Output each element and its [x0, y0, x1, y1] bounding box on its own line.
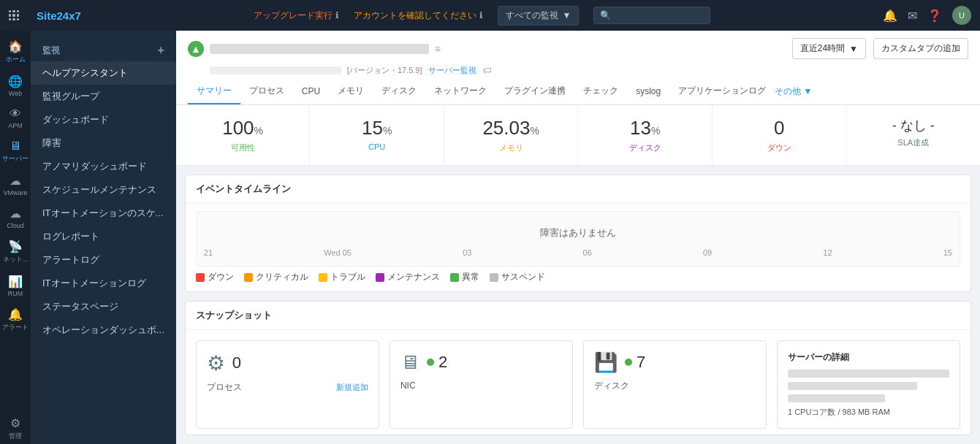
upgrade-link[interactable]: アップグレード実行 ℹ: [254, 9, 339, 22]
sidebar-item-web[interactable]: 🌐 Web: [0, 69, 31, 100]
chevron-down-icon: ▼: [563, 10, 571, 20]
legend-dot-critical: [244, 273, 253, 282]
memory-value: 25.03%: [452, 117, 571, 139]
timeline-container: 障害はありません 21 Wed 05 03 06 09 12 15 ダウン: [186, 204, 970, 292]
time-range-dropdown[interactable]: 直近24時間 ▼: [792, 38, 866, 59]
timeline-axis: 21 Wed 05 03 06 09 12 15: [204, 244, 952, 260]
snapshots-section: スナップショット ⚙ 0 プロセス 新規追加: [185, 301, 971, 435]
legend-suspend: サスペンド: [490, 271, 545, 283]
stat-down: 0 ダウン: [713, 105, 847, 165]
sidebar-item-help-assistant[interactable]: ヘルプアシスタント: [31, 61, 176, 85]
legend-anomaly: 異常: [450, 271, 479, 283]
tab-process[interactable]: プロセス: [240, 79, 293, 104]
add-monitor-icon[interactable]: +: [158, 44, 164, 57]
server-details-title: サーバーの詳細: [788, 351, 949, 364]
sidebar-item-log-report[interactable]: ログレポート: [31, 225, 176, 248]
sidebar-container: 🏠 ホーム 🌐 Web 👁 APM 🖥 サーバー ☁ VMware ☁ Cl: [0, 31, 176, 444]
web-icon: 🌐: [8, 74, 23, 88]
availability-label: 可用性: [183, 142, 303, 153]
sidebar-item-alert[interactable]: 🔔 アラート: [0, 302, 31, 335]
sidebar-menu-header[interactable]: 監視 +: [31, 37, 176, 61]
availability-value: 100%: [183, 117, 303, 139]
search-icon: 🔍: [600, 10, 611, 20]
sidebar-item-fault[interactable]: 障害: [31, 131, 176, 155]
sidebar-item-dashboard[interactable]: ダッシュボード: [31, 108, 176, 131]
tab-disk[interactable]: ディスク: [373, 79, 425, 104]
snapshots-grid: ⚙ 0 プロセス 新規追加 🖥: [186, 330, 970, 435]
tab-network[interactable]: ネットワーク: [425, 79, 495, 104]
sidebar-item-server[interactable]: 🖥 サーバー: [0, 134, 31, 166]
nic-icon: 🖥: [400, 351, 419, 374]
server-title-row: ▲ ≡: [188, 41, 441, 57]
upgrade-info-icon: ℹ: [335, 10, 339, 20]
search-input[interactable]: [615, 10, 703, 20]
disk-footer: ディスク: [594, 380, 756, 392]
sidebar-item-cloud[interactable]: ☁ Cloud: [0, 201, 31, 232]
cloud-icon: ☁: [10, 207, 21, 221]
help-icon[interactable]: ❓: [927, 9, 942, 23]
sidebar-item-network[interactable]: 📡 ネット...: [0, 234, 31, 267]
nic-status-dot: [427, 359, 434, 366]
snapshot-process-header: ⚙ 0: [207, 351, 368, 375]
tab-more-dropdown[interactable]: その他 ▼: [775, 85, 812, 98]
tag-icon: 🏷: [482, 65, 492, 76]
notification-icon[interactable]: 🔔: [883, 9, 897, 23]
tab-summary[interactable]: サマリー: [188, 79, 240, 104]
site-logo: Site24x7: [37, 9, 81, 22]
version-tag: [バージョン・17.5.9]: [347, 65, 422, 76]
sidebar-item-home[interactable]: 🏠 ホーム: [0, 34, 31, 67]
sidebar-item-it-automation-log[interactable]: ITオートメーションログ: [31, 272, 176, 295]
tab-check[interactable]: チェック: [574, 79, 627, 104]
search-box[interactable]: 🔍: [593, 7, 710, 24]
legend-maintenance: メンテナンス: [376, 271, 440, 283]
main-content: ▲ ≡ 直近24時間 ▼ カスタムタブの追加 [バージョン・17.5.9] サー…: [176, 31, 980, 444]
sidebar-item-rum[interactable]: 📊 RUM: [0, 269, 31, 300]
tab-memory[interactable]: メモリ: [329, 79, 373, 104]
sidebar-item-vmware[interactable]: ☁ VMware: [0, 168, 31, 199]
sidebar-item-alert-log[interactable]: アラートログ: [31, 248, 176, 272]
server-detail-row-3: [788, 394, 885, 402]
stat-disk: 13% ディスク: [578, 105, 713, 165]
timeline-legend: ダウン クリティカル トラブル メンテナンス: [196, 267, 960, 288]
monitor-dropdown[interactable]: すべての監視 ▼: [498, 6, 580, 26]
tab-applog[interactable]: アプリケーションログ: [669, 79, 775, 104]
sidebar-item-anomaly-dashboard[interactable]: アノマリダッシュボード: [31, 155, 176, 178]
content-header-top: ▲ ≡ 直近24時間 ▼ カスタムタブの追加: [188, 38, 968, 59]
sla-value: - なし -: [854, 117, 973, 134]
server-subtitle-line: [バージョン・17.5.9] サーバー監視 🏷: [210, 65, 968, 76]
server-monitor-link[interactable]: サーバー監視: [428, 65, 476, 76]
account-link[interactable]: アカウントを確認してください ℹ: [354, 9, 483, 22]
vmware-icon: ☁: [10, 174, 21, 188]
event-timeline-section: イベントタイムライン 障害はありません 21 Wed 05 03 06 09 1…: [185, 175, 971, 292]
sidebar-item-admin[interactable]: ⚙ 管理: [0, 410, 31, 444]
user-avatar[interactable]: U: [952, 6, 971, 25]
stat-memory: 25.03% メモリ: [444, 105, 579, 165]
sidebar-item-status-page[interactable]: ステータスページ: [31, 295, 176, 318]
custom-tab-button[interactable]: カスタムタブの追加: [873, 38, 968, 59]
mail-icon[interactable]: ✉: [908, 9, 917, 23]
sidebar-item-apm[interactable]: 👁 APM: [0, 102, 31, 132]
stat-cpu: 15% CPU: [310, 105, 444, 165]
tab-plugin[interactable]: プラグイン連携: [495, 79, 574, 104]
content-header: ▲ ≡ 直近24時間 ▼ カスタムタブの追加 [バージョン・17.5.9] サー…: [176, 31, 980, 105]
snapshot-nic-header: 🖥 2: [400, 351, 562, 374]
nic-value-area: 2: [427, 353, 447, 372]
server-detail-row-1: [788, 370, 949, 378]
server-icon: 🖥: [10, 139, 21, 153]
server-ip-blurred: [210, 66, 341, 74]
sidebar-item-operations-dashboard[interactable]: オペレーションダッシュボ...: [31, 318, 176, 342]
sidebar-item-it-automation-schedule[interactable]: ITオートメーションのスケ...: [31, 202, 176, 225]
more-options-icon[interactable]: ≡: [435, 43, 441, 55]
grid-menu-icon[interactable]: [9, 10, 19, 20]
tab-syslog[interactable]: syslog: [627, 80, 669, 104]
apm-icon: 👁: [10, 107, 21, 120]
account-info-icon: ℹ: [479, 10, 483, 20]
process-footer: プロセス 新規追加: [207, 381, 368, 394]
sidebar-item-schedule-maintenance[interactable]: スケジュールメンテナンス: [31, 178, 176, 202]
icon-sidebar: 🏠 ホーム 🌐 Web 👁 APM 🖥 サーバー ☁ VMware ☁ Cl: [0, 31, 31, 444]
legend-dot-anomaly: [450, 273, 459, 282]
sidebar-item-monitor-group[interactable]: 監視グループ: [31, 85, 176, 108]
tab-cpu[interactable]: CPU: [293, 80, 329, 104]
legend-critical: クリティカル: [244, 271, 308, 283]
top-navigation: Site24x7 アップグレード実行 ℹ アカウントを確認してください ℹ すべ…: [0, 0, 980, 31]
